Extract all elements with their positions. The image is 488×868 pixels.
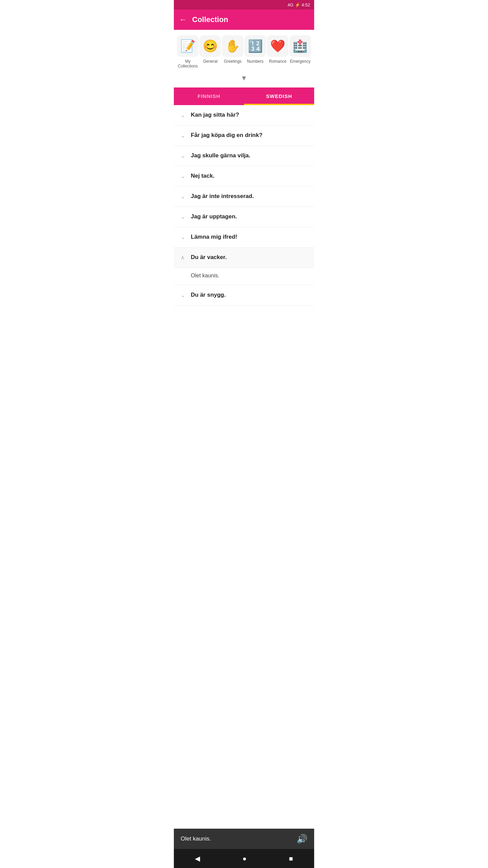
phrase-row[interactable]: ⌄Jag skulle gärna vilja. (174, 146, 314, 166)
phrase-row[interactable]: ⌄Kan jag sitta här? (174, 105, 314, 125)
phrase-text: Jag skulle gärna vilja. (191, 152, 250, 159)
phrase-text: Jag är inte intresserad. (191, 193, 254, 200)
category-label-greetings: Greetings (224, 59, 242, 64)
category-label-numbers: Numbers (247, 59, 264, 64)
language-tabs: FINNISHSWEDISH (174, 87, 314, 105)
phrase-row[interactable]: ∧Du är vacker. (174, 248, 314, 268)
category-icon-numbers: 🔢 (244, 35, 266, 57)
chevron-icon-4: ⌄ (179, 173, 186, 179)
categories-row: 📝My Collections😊General✋Greetings🔢Number… (174, 30, 314, 72)
phrase-text: Du är vacker. (191, 254, 227, 261)
chevron-down-icon: ▼ (241, 74, 247, 82)
status-icons: 4G ⚡ 4:52 (287, 2, 310, 7)
chevron-icon-8: ∧ (179, 254, 186, 261)
status-bar: 4G ⚡ 4:52 (174, 0, 314, 9)
chevron-icon-3: ⌄ (179, 153, 186, 159)
back-button[interactable]: ← (179, 15, 187, 24)
phrase-text: Nej tack. (191, 173, 215, 179)
category-label-emergency: Emergency (290, 59, 310, 64)
chevron-icon-7: ⌄ (179, 234, 186, 240)
chevron-icon-1: ⌄ (179, 112, 186, 118)
chevron-icon-6: ⌄ (179, 214, 186, 220)
translation-text: Olet kaunis. (191, 273, 219, 278)
app-bar-title: Collection (192, 15, 228, 24)
battery-indicator: ⚡ (295, 2, 300, 7)
category-icon-emergency: 🏥 (289, 35, 311, 57)
category-label-romance: Romance (269, 59, 286, 64)
category-icon-greetings: ✋ (222, 35, 244, 57)
phrase-list: ⌄Kan jag sitta här?⌄Får jag köpa dig en … (174, 105, 314, 346)
phrase-row[interactable]: ⌄Jag är upptagen. (174, 207, 314, 227)
chevron-icon-9: ⌄ (179, 292, 186, 298)
category-item-greetings[interactable]: ✋Greetings (222, 35, 244, 64)
category-item-emergency[interactable]: 🏥Emergency (289, 35, 311, 64)
category-icon-general: 😊 (199, 35, 221, 57)
category-icon-my-collections: 📝 (177, 35, 199, 57)
phrase-text: Får jag köpa dig en drink? (191, 132, 263, 139)
phrase-row[interactable]: ⌄Får jag köpa dig en drink? (174, 125, 314, 146)
tab-label-finnish: FINNISH (198, 93, 220, 99)
phrase-row[interactable]: ⌄Lämna mig ifred! (174, 227, 314, 248)
phrase-row[interactable]: ⌄Nej tack. (174, 166, 314, 186)
category-label-my-collections: My Collections (177, 59, 199, 69)
chevron-icon-5: ⌄ (179, 193, 186, 200)
phrase-text: Kan jag sitta här? (191, 112, 239, 118)
category-item-numbers[interactable]: 🔢Numbers (244, 35, 266, 64)
app-bar: ← Collection (174, 9, 314, 30)
phrase-row[interactable]: ⌄Du är snygg. (174, 285, 314, 305)
category-icon-romance: ❤️ (267, 35, 288, 57)
phrase-row[interactable]: ⌄Jag är inte intresserad. (174, 186, 314, 207)
phrase-text: Lämna mig ifred! (191, 234, 237, 240)
tab-finnish[interactable]: FINNISH (174, 87, 244, 105)
tab-swedish[interactable]: SWEDISH (244, 87, 314, 105)
phrase-text: Jag är upptagen. (191, 213, 237, 220)
tab-label-swedish: SWEDISH (266, 93, 292, 99)
translation-row: Olet kaunis. (174, 268, 314, 285)
chevron-icon-2: ⌄ (179, 132, 186, 139)
category-item-romance[interactable]: ❤️Romance (267, 35, 288, 64)
category-item-my-collections[interactable]: 📝My Collections (177, 35, 199, 69)
expand-more-button[interactable]: ▼ (174, 72, 314, 87)
signal-indicator: 4G (287, 2, 293, 7)
category-label-general: General (203, 59, 218, 64)
category-item-general[interactable]: 😊General (199, 35, 221, 64)
phrase-text: Du är snygg. (191, 292, 226, 298)
time-display: 4:52 (302, 2, 310, 7)
